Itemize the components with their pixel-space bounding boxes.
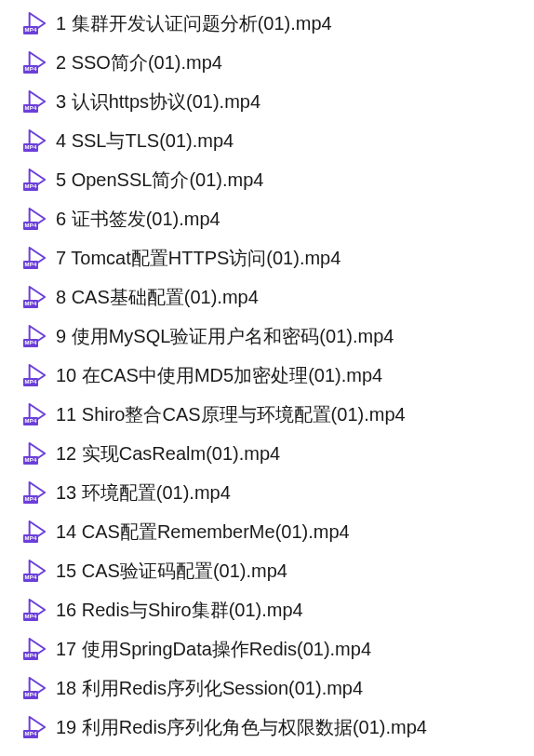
video-play-icon: MP4: [26, 89, 47, 114]
video-play-icon: MP4: [26, 50, 47, 74]
file-name-label: 2 SSO简介(01).mp4: [56, 50, 222, 75]
file-type-badge: MP4: [23, 222, 38, 230]
video-play-icon: MP4: [26, 285, 47, 309]
file-item[interactable]: MP49 使用MySQL验证用户名和密码(01).mp4: [26, 317, 534, 356]
file-type-badge: MP4: [23, 534, 38, 543]
file-item[interactable]: MP47 Tomcat配置HTTPS访问(01).mp4: [26, 238, 534, 277]
file-name-label: 13 环境配置(01).mp4: [56, 480, 231, 506]
file-type-badge: MP4: [23, 691, 38, 699]
file-name-label: 4 SSL与TLS(01).mp4: [56, 128, 234, 154]
file-name-label: 3 认识https协议(01).mp4: [56, 89, 260, 115]
file-type-badge: MP4: [23, 261, 38, 269]
video-play-icon: MP4: [26, 480, 47, 505]
video-play-icon: MP4: [26, 363, 47, 387]
video-play-icon: MP4: [26, 598, 47, 622]
file-item[interactable]: MP416 Redis与Shiro集群(01).mp4: [26, 590, 534, 629]
file-type-badge: MP4: [23, 574, 38, 582]
file-name-label: 16 Redis与Shiro集群(01).mp4: [56, 598, 303, 623]
file-name-label: 18 利用Redis序列化Session(01).mp4: [56, 676, 363, 701]
video-play-icon: MP4: [26, 637, 47, 661]
file-type-badge: MP4: [23, 613, 38, 621]
file-type-badge: MP4: [23, 456, 38, 465]
video-play-icon: MP4: [26, 676, 47, 700]
file-name-label: 17 使用SpringData操作Redis(01).mp4: [56, 637, 371, 662]
file-name-label: 6 证书签发(01).mp4: [56, 207, 220, 232]
video-play-icon: MP4: [26, 402, 47, 426]
file-item[interactable]: MP414 CAS配置RememberMe(01).mp4: [26, 512, 534, 551]
file-item[interactable]: MP41 集群开发认证问题分析(01).mp4: [26, 4, 534, 43]
file-name-label: 10 在CAS中使用MD5加密处理(01).mp4: [56, 363, 382, 388]
file-type-badge: MP4: [23, 730, 38, 738]
file-item[interactable]: MP42 SSO简介(01).mp4: [26, 43, 534, 82]
file-name-label: 19 利用Redis序列化角色与权限数据(01).mp4: [56, 715, 427, 740]
file-type-badge: MP4: [23, 65, 38, 74]
file-name-label: 15 CAS验证码配置(01).mp4: [56, 559, 287, 584]
file-name-label: 11 Shiro整合CAS原理与环境配置(01).mp4: [56, 402, 406, 427]
video-play-icon: MP4: [26, 11, 47, 35]
video-play-icon: MP4: [26, 207, 47, 231]
video-play-icon: MP4: [26, 168, 47, 192]
video-play-icon: MP4: [26, 559, 47, 583]
file-type-badge: MP4: [23, 495, 38, 504]
file-name-label: 9 使用MySQL验证用户名和密码(01).mp4: [56, 324, 394, 349]
file-type-badge: MP4: [23, 652, 38, 660]
file-name-label: 8 CAS基础配置(01).mp4: [56, 285, 259, 310]
file-name-label: 12 实现CasRealm(01).mp4: [56, 441, 280, 466]
file-type-badge: MP4: [23, 182, 38, 191]
file-type-badge: MP4: [23, 26, 38, 34]
file-item[interactable]: MP43 认识https协议(01).mp4: [26, 82, 534, 121]
video-play-icon: MP4: [26, 715, 47, 739]
file-type-badge: MP4: [23, 300, 38, 308]
video-play-icon: MP4: [26, 441, 47, 466]
file-name-label: 7 Tomcat配置HTTPS访问(01).mp4: [56, 246, 340, 271]
video-play-icon: MP4: [26, 128, 47, 153]
file-item[interactable]: MP411 Shiro整合CAS原理与环境配置(01).mp4: [26, 395, 534, 434]
file-item[interactable]: MP44 SSL与TLS(01).mp4: [26, 121, 534, 160]
file-item[interactable]: MP46 证书签发(01).mp4: [26, 199, 534, 238]
file-item[interactable]: MP45 OpenSSL简介(01).mp4: [26, 160, 534, 199]
file-item[interactable]: MP413 环境配置(01).mp4: [26, 473, 534, 512]
file-item[interactable]: MP417 使用SpringData操作Redis(01).mp4: [26, 629, 534, 668]
file-item[interactable]: MP410 在CAS中使用MD5加密处理(01).mp4: [26, 356, 534, 395]
file-item[interactable]: MP419 利用Redis序列化角色与权限数据(01).mp4: [26, 708, 534, 747]
file-item[interactable]: MP418 利用Redis序列化Session(01).mp4: [26, 668, 534, 708]
file-type-badge: MP4: [23, 143, 38, 152]
file-name-label: 1 集群开发认证问题分析(01).mp4: [56, 11, 332, 36]
file-name-label: 5 OpenSSL简介(01).mp4: [56, 168, 263, 193]
file-type-badge: MP4: [23, 339, 38, 347]
file-item[interactable]: MP415 CAS验证码配置(01).mp4: [26, 551, 534, 590]
video-play-icon: MP4: [26, 246, 47, 270]
video-play-icon: MP4: [26, 324, 47, 348]
video-play-icon: MP4: [26, 520, 47, 544]
file-name-label: 14 CAS配置RememberMe(01).mp4: [56, 520, 350, 545]
file-list: MP41 集群开发认证问题分析(01).mp4 MP42 SSO简介(01).m…: [26, 4, 534, 747]
file-type-badge: MP4: [23, 104, 38, 113]
file-type-badge: MP4: [23, 417, 38, 425]
file-item[interactable]: MP412 实现CasRealm(01).mp4: [26, 434, 534, 473]
file-item[interactable]: MP48 CAS基础配置(01).mp4: [26, 277, 534, 317]
file-type-badge: MP4: [23, 378, 38, 386]
